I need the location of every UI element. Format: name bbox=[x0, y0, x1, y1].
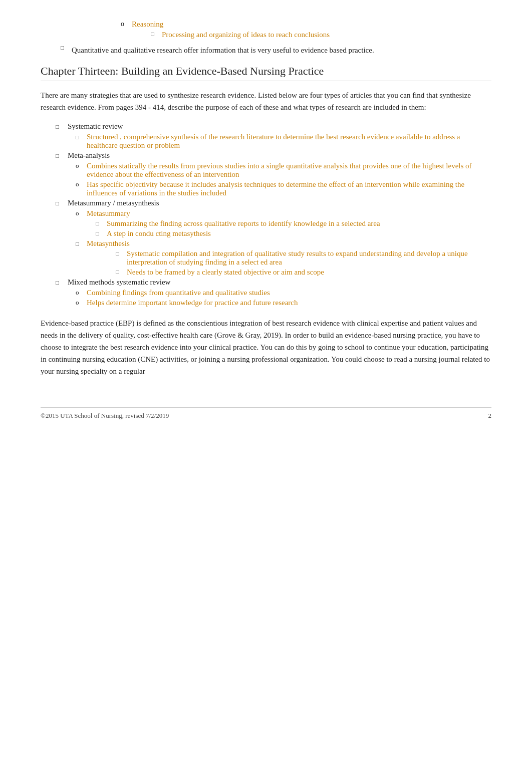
reasoning-text: Reasoning bbox=[132, 20, 163, 29]
metasummary-label: Metasummary / metasynthesis bbox=[68, 199, 159, 207]
list-item-metasummary: □ Metasummary / metasynthesis bbox=[41, 199, 491, 207]
metasummary-sub1-label: Metasummary bbox=[87, 209, 130, 218]
meta-sub1-text: Combines statically the results from pre… bbox=[87, 162, 491, 179]
mixed-sub1-text: Combining findings from quantitative and… bbox=[87, 289, 270, 297]
list-item-meta-sub2: o Has specific objectivity because it in… bbox=[41, 180, 491, 197]
bullet-o-4-1: o bbox=[76, 289, 83, 297]
list-item-reasoning: o Reasoning bbox=[41, 20, 491, 29]
metasummary-sub1a-text: Summarizing the finding across qualitati… bbox=[107, 219, 380, 228]
bullet-sq-4: □ bbox=[56, 278, 63, 287]
list-item-systematic-review: □ Systematic review bbox=[41, 122, 491, 131]
list-item-mixed-methods: □ Mixed methods systematic review bbox=[41, 278, 491, 287]
bullet-sq-3-2a: □ bbox=[116, 249, 123, 267]
bullet-o-2-1: o bbox=[76, 162, 83, 179]
bullet-sq-3-1a: □ bbox=[96, 219, 103, 228]
body-paragraph: Evidence-based practice (EBP) is defined… bbox=[41, 317, 491, 377]
bullet-sq-3: □ bbox=[56, 199, 63, 207]
bullet-o-4-2: o bbox=[76, 299, 83, 307]
bullet-sq: □ bbox=[151, 31, 158, 39]
mixed-methods-label: Mixed methods systematic review bbox=[68, 278, 170, 287]
main-list: □ Systematic review □ Structured , compr… bbox=[41, 122, 491, 307]
list-item-systematic-review-sub1: □ Structured , comprehensive synthesis o… bbox=[41, 133, 491, 150]
list-item-mixed-sub1: o Combining findings from quantitative a… bbox=[41, 289, 491, 297]
list-item-metasummary-sub1b: □ A step in condu cting metasythesis bbox=[41, 229, 491, 238]
systematic-review-sub1-text: Structured , comprehensive synthesis of … bbox=[87, 133, 491, 150]
meta-analysis-label: Meta-analysis bbox=[68, 151, 110, 160]
footer-copyright: ©2015 UTA School of Nursing, revised 7/2… bbox=[41, 412, 169, 420]
intro-paragraph: There are many strategies that are used … bbox=[41, 89, 491, 113]
list-item-meta-sub1: o Combines statically the results from p… bbox=[41, 162, 491, 179]
metasummary-sub1b-text: A step in condu cting metasythesis bbox=[107, 229, 211, 238]
chapter-title: Chapter Thirteen: Building an Evidence-B… bbox=[41, 65, 491, 81]
bullet-sq-3-1b: □ bbox=[96, 229, 103, 238]
bullet-sq: □ bbox=[61, 44, 68, 57]
bullet-sq-2: □ bbox=[56, 151, 63, 160]
quantitative-para-text: Quantitative and qualitative research of… bbox=[72, 44, 374, 57]
systematic-review-label: Systematic review bbox=[68, 122, 123, 131]
processing-text: Processing and organizing of ideas to re… bbox=[162, 31, 330, 39]
page-content: o Reasoning □ Processing and organizing … bbox=[41, 20, 491, 420]
bullet-sq-1-1: □ bbox=[76, 133, 83, 150]
metasynthesis-sub2b-text: Needs to be framed by a clearly stated o… bbox=[127, 268, 324, 277]
bullet-o: o bbox=[121, 20, 128, 29]
top-section-para: □ Quantitative and qualitative research … bbox=[41, 44, 491, 57]
bullet-sq-3-2b: □ bbox=[116, 268, 123, 277]
list-item-meta-analysis: □ Meta-analysis bbox=[41, 151, 491, 160]
list-item-metasummary-sub1: o Metasummary bbox=[41, 209, 491, 218]
list-item-metasynthesis-sub2b: □ Needs to be framed by a clearly stated… bbox=[41, 268, 491, 277]
meta-sub2-text: Has specific objectivity because it incl… bbox=[87, 180, 491, 197]
bullet-o-3-1: o bbox=[76, 209, 83, 218]
bullet-sq-1: □ bbox=[56, 122, 63, 131]
list-item-metasummary-sub1a: □ Summarizing the finding across qualita… bbox=[41, 219, 491, 228]
list-item-processing: □ Processing and organizing of ideas to … bbox=[41, 31, 491, 39]
metasynthesis-label: Metasynthesis bbox=[87, 239, 130, 248]
list-item-metasynthesis-sub2: □ Metasynthesis bbox=[41, 239, 491, 248]
bullet-o-2-2: o bbox=[76, 180, 83, 197]
page-footer: ©2015 UTA School of Nursing, revised 7/2… bbox=[41, 407, 491, 420]
list-item-metasynthesis-sub2a: □ Systematic compilation and integration… bbox=[41, 249, 491, 267]
footer-page-number: 2 bbox=[488, 412, 492, 420]
top-list: o Reasoning □ Processing and organizing … bbox=[41, 20, 491, 39]
metasynthesis-sub2a-text: Systematic compilation and integration o… bbox=[127, 249, 491, 267]
mixed-sub2-text: Helps determine important knowledge for … bbox=[87, 299, 298, 307]
list-item-mixed-sub2: o Helps determine important knowledge fo… bbox=[41, 299, 491, 307]
bullet-sq-3-2: □ bbox=[76, 239, 83, 248]
